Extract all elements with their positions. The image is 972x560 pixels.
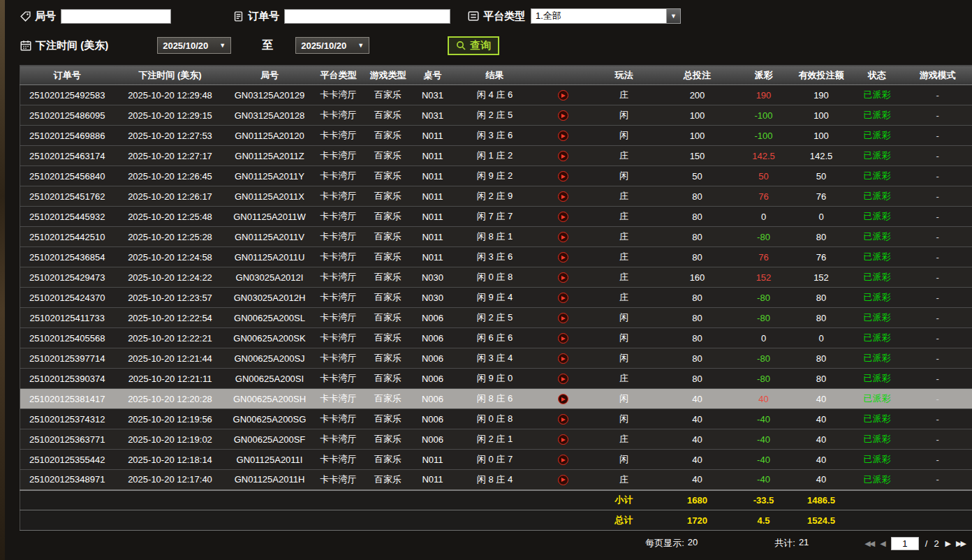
- cell-game-type: 百家乐: [364, 288, 413, 308]
- order-input[interactable]: [284, 9, 450, 24]
- page-number-input[interactable]: [891, 537, 919, 550]
- pagination-bar: 每页显示: 20 共计: 21 ◀◀ ◀ / 2 ▶ ▶▶: [20, 531, 972, 556]
- table-row[interactable]: 251020125348971 2025-10-20 12:17:40 GN01…: [20, 470, 972, 490]
- cell-game-mode: -: [904, 389, 972, 409]
- cell-table-no: N006: [413, 389, 453, 409]
- cell-status: 已派彩: [851, 328, 904, 348]
- table-row[interactable]: 251020125355442 2025-10-20 12:18:14 GN01…: [20, 450, 972, 470]
- cell-bet-time: 2025-10-20 12:19:02: [115, 429, 226, 450]
- table-row[interactable]: 251020125411733 2025-10-20 12:22:54 GN00…: [20, 308, 972, 328]
- first-page-icon[interactable]: ◀◀: [864, 539, 874, 548]
- cell-order-no: 251020125456840: [20, 166, 115, 186]
- cell-replay: [537, 166, 589, 186]
- replay-icon[interactable]: [558, 313, 568, 323]
- table-header: 订单号 下注时间 (美东) 局号 平台类型 游戏类型 桌号 结果 玩法 总投注 …: [20, 66, 972, 85]
- col-header-bet-time: 下注时间 (美东): [115, 66, 226, 85]
- cell-game-mode: -: [904, 429, 972, 450]
- table-row[interactable]: 251020125469886 2025-10-20 12:27:53 GN01…: [20, 126, 972, 146]
- table-row[interactable]: 251020125374312 2025-10-20 12:19:56 GN00…: [20, 409, 972, 429]
- cell-replay: [537, 267, 589, 288]
- cell-play-type: 庄: [589, 470, 659, 490]
- table-row[interactable]: 251020125424370 2025-10-20 12:23:57 GN03…: [20, 288, 972, 308]
- replay-icon[interactable]: [558, 272, 568, 283]
- table-row[interactable]: 251020125390374 2025-10-20 12:21:11 GN00…: [20, 369, 972, 389]
- cell-replay: [537, 85, 589, 105]
- cell-replay: [537, 328, 589, 348]
- replay-icon[interactable]: [558, 151, 568, 161]
- replay-icon[interactable]: [558, 212, 568, 222]
- replay-icon[interactable]: [558, 394, 568, 404]
- total-label: 总计: [589, 510, 659, 531]
- table-row[interactable]: 251020125456840 2025-10-20 12:26:45 GN01…: [20, 166, 972, 186]
- replay-icon[interactable]: [558, 232, 568, 242]
- replay-icon[interactable]: [558, 293, 568, 303]
- table-row[interactable]: 251020125397714 2025-10-20 12:21:44 GN00…: [20, 348, 972, 369]
- table-row[interactable]: 251020125486095 2025-10-20 12:29:15 GN03…: [20, 105, 972, 126]
- cell-play-type: 庄: [589, 369, 659, 389]
- cell-total-bet: 100: [659, 105, 736, 126]
- per-page-display: 每页显示: 20: [645, 537, 698, 550]
- platform-select[interactable]: 1.全部 ▼: [531, 8, 681, 24]
- col-header-payout: 派彩: [736, 66, 792, 85]
- col-header-status: 状态: [851, 66, 904, 85]
- query-button[interactable]: 查询: [448, 36, 499, 55]
- cell-bet-time: 2025-10-20 12:26:45: [115, 166, 226, 186]
- cell-round-no: GN00625A200SH: [226, 389, 314, 409]
- table-row[interactable]: 251020125436854 2025-10-20 12:24:58 GN01…: [20, 247, 972, 267]
- prev-page-icon[interactable]: ◀: [880, 539, 884, 548]
- cell-bet-time: 2025-10-20 12:29:15: [115, 105, 226, 126]
- cell-valid-bet: 40: [792, 470, 851, 490]
- table-row[interactable]: 251020125451762 2025-10-20 12:26:17 GN01…: [20, 186, 972, 207]
- cell-play-type: 闲: [589, 126, 659, 146]
- replay-icon[interactable]: [558, 475, 568, 485]
- cell-status: 已派彩: [851, 186, 904, 207]
- next-page-icon[interactable]: ▶: [945, 539, 950, 548]
- table-row[interactable]: 251020125463174 2025-10-20 12:27:17 GN01…: [20, 146, 972, 166]
- table-row[interactable]: 251020125445932 2025-10-20 12:25:48 GN01…: [20, 207, 972, 227]
- replay-icon[interactable]: [558, 333, 568, 344]
- table-row[interactable]: 251020125429473 2025-10-20 12:24:22 GN03…: [20, 267, 972, 288]
- cell-order-no: 251020125429473: [20, 267, 115, 288]
- replay-icon[interactable]: [558, 110, 568, 121]
- date-to-picker[interactable]: 2025/10/20 ▼: [295, 37, 369, 54]
- cell-payout: -100: [736, 105, 792, 126]
- cell-table-no: N006: [413, 308, 453, 328]
- replay-icon[interactable]: [558, 131, 568, 141]
- tag-icon: [20, 10, 31, 22]
- cell-order-no: 251020125451762: [20, 186, 115, 207]
- replay-icon[interactable]: [558, 90, 568, 101]
- replay-icon[interactable]: [558, 414, 568, 425]
- cell-platform: 卡卡湾厅: [314, 389, 364, 409]
- replay-icon[interactable]: [558, 353, 568, 364]
- cell-order-no: 251020125381417: [20, 389, 115, 409]
- round-input[interactable]: [61, 9, 171, 24]
- table-row[interactable]: 251020125363771 2025-10-20 12:19:02 GN00…: [20, 429, 972, 450]
- cell-payout: -80: [736, 348, 792, 369]
- replay-icon[interactable]: [558, 252, 568, 263]
- cell-platform: 卡卡湾厅: [314, 207, 364, 227]
- date-from-picker[interactable]: 2025/10/20 ▼: [157, 37, 231, 54]
- replay-icon[interactable]: [558, 171, 568, 182]
- replay-icon[interactable]: [558, 434, 568, 445]
- cell-payout: -80: [736, 227, 792, 247]
- cell-status: 已派彩: [851, 429, 904, 450]
- cell-platform: 卡卡湾厅: [314, 105, 364, 126]
- table-row[interactable]: 251020125405568 2025-10-20 12:22:21 GN00…: [20, 328, 972, 348]
- table-row[interactable]: 251020125492583 2025-10-20 12:29:48 GN03…: [20, 85, 972, 105]
- cell-platform: 卡卡湾厅: [314, 369, 364, 389]
- cell-order-no: 251020125374312: [20, 409, 115, 429]
- cell-order-no: 251020125424370: [20, 288, 115, 308]
- cell-status: 已派彩: [851, 146, 904, 166]
- replay-icon[interactable]: [558, 191, 568, 202]
- cell-valid-bet: 142.5: [792, 146, 851, 166]
- cell-bet-time: 2025-10-20 12:25:48: [115, 207, 226, 227]
- table-row[interactable]: 251020125442510 2025-10-20 12:25:28 GN01…: [20, 227, 972, 247]
- search-icon: [456, 40, 466, 51]
- cell-payout: 142.5: [736, 146, 792, 166]
- replay-icon[interactable]: [558, 374, 568, 384]
- last-page-icon[interactable]: ▶▶: [956, 539, 965, 548]
- table-row[interactable]: 251020125381417 2025-10-20 12:20:28 GN00…: [20, 389, 972, 409]
- cell-valid-bet: 152: [792, 267, 851, 288]
- cell-result: 闲 2 庄 5: [453, 105, 537, 126]
- replay-icon[interactable]: [558, 455, 568, 465]
